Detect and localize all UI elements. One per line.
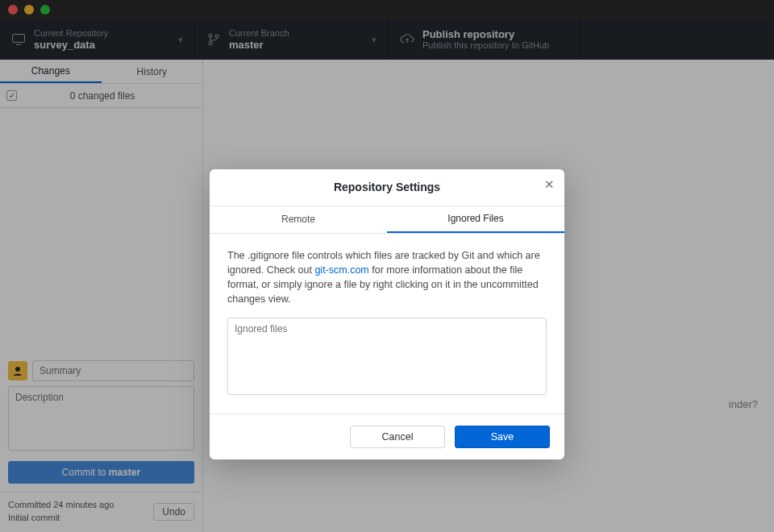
git-scm-link[interactable]: git-scm.com — [314, 264, 368, 276]
save-button[interactable]: Save — [455, 426, 550, 448]
tab-ignored-files[interactable]: Ignored Files — [387, 206, 564, 233]
cancel-button[interactable]: Cancel — [350, 426, 445, 448]
ignored-files-textarea[interactable] — [227, 318, 547, 395]
modal-title: Repository Settings — [334, 181, 440, 193]
repository-settings-modal: Repository Settings ✕ Remote Ignored Fil… — [210, 169, 564, 460]
modal-footer: Cancel Save — [210, 414, 564, 459]
close-icon[interactable]: ✕ — [544, 177, 555, 192]
app-window: Current Repository survey_data ▾ Current… — [0, 0, 774, 532]
modal-tabs: Remote Ignored Files — [210, 206, 564, 234]
modal-header: Repository Settings ✕ — [210, 169, 564, 206]
modal-body: The .gitignore file controls which files… — [210, 234, 564, 414]
tab-remote[interactable]: Remote — [210, 206, 387, 233]
